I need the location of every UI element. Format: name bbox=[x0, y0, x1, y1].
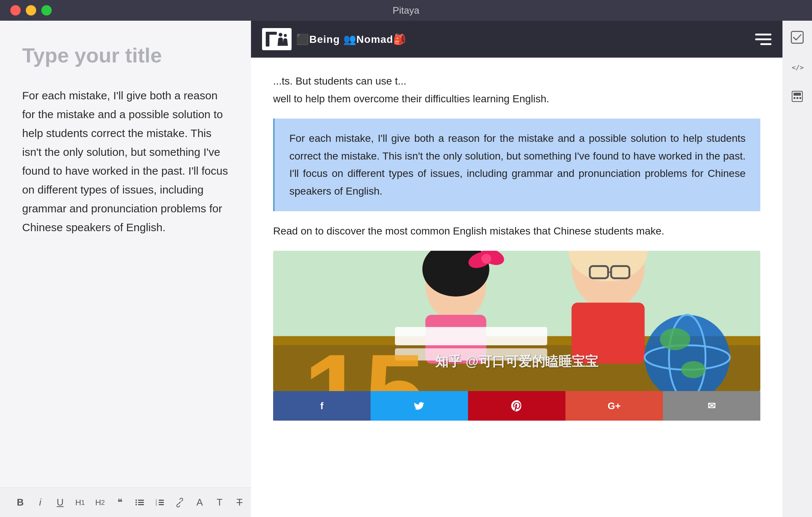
hamburger-line-1 bbox=[755, 34, 771, 35]
app-title: Pitaya bbox=[393, 5, 419, 16]
twitter-button[interactable] bbox=[371, 391, 468, 421]
svg-text:15: 15 bbox=[304, 331, 426, 391]
svg-rect-2 bbox=[138, 504, 144, 505]
being-nomad-logo-svg bbox=[265, 31, 289, 47]
svg-point-4 bbox=[135, 501, 137, 503]
editor-panel: Type your title For each mistake, I'll g… bbox=[0, 21, 251, 517]
maximize-button[interactable] bbox=[41, 5, 52, 16]
svg-rect-1 bbox=[138, 502, 144, 503]
hamburger-line-2 bbox=[755, 38, 771, 40]
logo-icon bbox=[262, 28, 292, 50]
svg-point-3 bbox=[135, 499, 137, 501]
svg-point-17 bbox=[279, 33, 282, 37]
watermark-text: 知乎 @可口可爱的瞌睡宝宝 bbox=[435, 350, 598, 373]
logo-text: ⬛Being 👥Nomad🎒 bbox=[296, 33, 406, 45]
text-t-button[interactable]: T bbox=[214, 497, 225, 508]
svg-text:3: 3 bbox=[155, 503, 157, 506]
browser-logo: ⬛Being 👥Nomad🎒 bbox=[262, 28, 406, 50]
pinterest-button[interactable] bbox=[468, 391, 565, 421]
underline-button[interactable]: U bbox=[55, 497, 66, 508]
svg-rect-6 bbox=[159, 500, 164, 501]
list-unordered-button[interactable] bbox=[134, 498, 145, 507]
close-button[interactable] bbox=[10, 5, 21, 16]
web-highlighted-paragraph: For each mistake, I'll give both a reaso… bbox=[273, 119, 760, 211]
svg-point-39 bbox=[660, 328, 691, 350]
svg-text:</>: </> bbox=[792, 64, 804, 71]
checkbox-icon[interactable] bbox=[788, 28, 806, 47]
svg-point-40 bbox=[681, 361, 706, 378]
editor-body-text[interactable]: For each mistake, I'll give both a reaso… bbox=[22, 86, 229, 237]
strikethrough-button[interactable]: T bbox=[234, 497, 245, 508]
svg-rect-46 bbox=[794, 97, 795, 99]
svg-rect-47 bbox=[796, 97, 798, 99]
minimize-button[interactable] bbox=[26, 5, 36, 16]
link-button[interactable] bbox=[174, 498, 185, 507]
web-read-on-text: Read on to discover the most common Engl… bbox=[273, 222, 760, 240]
browser-bar: ⬛Being 👥Nomad🎒 bbox=[251, 21, 782, 58]
title-bar: Pitaya bbox=[0, 0, 812, 21]
svg-rect-16 bbox=[266, 32, 277, 35]
window-controls bbox=[10, 5, 52, 16]
social-bar: f G+ ✉ bbox=[273, 391, 760, 421]
web-content-area: ...ts. But students can use t... well to… bbox=[251, 58, 782, 517]
web-intro-text: ...ts. But students can use t... well to… bbox=[273, 72, 760, 107]
svg-rect-48 bbox=[799, 97, 801, 99]
svg-rect-8 bbox=[159, 504, 164, 505]
calculator-icon[interactable] bbox=[788, 87, 806, 106]
bottom-toolbar: B i U H1 H2 ❝ 123 A T T bbox=[0, 487, 251, 517]
svg-rect-0 bbox=[138, 500, 144, 501]
italic-button[interactable]: i bbox=[35, 497, 46, 508]
h1-button[interactable]: H1 bbox=[75, 498, 86, 507]
svg-point-5 bbox=[135, 504, 137, 505]
code-icon[interactable]: </> bbox=[788, 58, 806, 76]
right-sidebar: </> bbox=[782, 21, 812, 517]
svg-rect-7 bbox=[159, 502, 164, 503]
svg-point-33 bbox=[481, 254, 491, 264]
svg-point-18 bbox=[284, 34, 287, 37]
hamburger-line-3 bbox=[760, 43, 771, 45]
h2-button[interactable]: H2 bbox=[94, 498, 106, 507]
web-article-image: 15 知乎 @可口可爱的瞌睡宝宝 bbox=[273, 251, 760, 391]
text-a-button[interactable]: A bbox=[194, 497, 205, 508]
svg-rect-45 bbox=[794, 93, 801, 96]
list-ordered-button[interactable]: 123 bbox=[154, 498, 165, 507]
googleplus-button[interactable]: G+ bbox=[565, 391, 663, 421]
web-panel: ⬛Being 👥Nomad🎒 ...ts. But students can u bbox=[251, 21, 782, 517]
hamburger-menu-button[interactable] bbox=[749, 28, 771, 50]
facebook-button[interactable]: f bbox=[273, 391, 371, 421]
bold-button[interactable]: B bbox=[15, 497, 26, 508]
editor-title-placeholder[interactable]: Type your title bbox=[22, 43, 229, 68]
quote-button[interactable]: ❝ bbox=[114, 497, 125, 508]
email-button[interactable]: ✉ bbox=[663, 391, 760, 421]
